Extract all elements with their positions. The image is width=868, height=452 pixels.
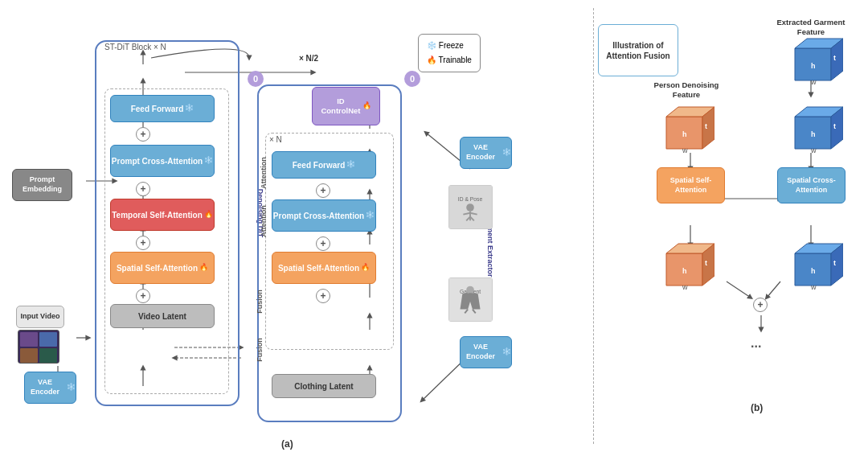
freeze-icon3: ❄️: [67, 383, 76, 392]
id-pose-image: ID & Pose: [448, 185, 493, 229]
fusion-top-label: Fusion: [256, 290, 264, 314]
svg-text:t: t: [833, 259, 836, 267]
svg-text:w: w: [810, 146, 817, 154]
vae-encoder-top: VAE Encoder ❄️: [460, 137, 512, 169]
svg-rect-27: [20, 348, 38, 363]
clothing-latent: Clothing Latent: [272, 374, 376, 398]
num-badge-left: 0: [248, 71, 264, 87]
svg-line-47: [727, 281, 751, 298]
svg-text:w: w: [810, 283, 817, 291]
svg-line-48: [767, 281, 780, 298]
plus-below-pca: +: [136, 182, 150, 196]
svg-text:h: h: [682, 267, 687, 275]
plus-inner-3: +: [316, 289, 330, 303]
diagram-a: ST-DiT Block × N Denoising DiT Feed Forw…: [8, 8, 587, 444]
svg-text:h: h: [811, 130, 816, 138]
garment-image: Garment: [448, 277, 493, 322]
temporal-self-attention: Temporal Self-Attention 🔥: [110, 199, 215, 231]
fire-icon2: 🔥: [199, 263, 208, 273]
freeze-icon6: ❄️: [502, 148, 511, 158]
num-badge-right: 0: [404, 71, 420, 87]
svg-text:t: t: [705, 122, 707, 130]
svg-point-31: [466, 203, 474, 212]
person-cube-bottom: h t w: [658, 237, 714, 294]
svg-text:t: t: [705, 259, 707, 267]
garment-cube-top: h t w: [787, 32, 843, 88]
spatial-self-attention-inner: Spatial Self-Attention 🔥: [272, 252, 376, 284]
id-controlnet: IDControlNet 🔥: [312, 87, 380, 125]
legend-trainable: 🔥 Trainable: [427, 53, 472, 68]
feed-forward-top: Feed Forward ❄️: [110, 95, 215, 122]
vae-encoder-bottom: VAE Encoder ❄️: [460, 336, 512, 368]
prompt-embedding: Prompt Embedding: [12, 169, 72, 201]
svg-rect-26: [39, 332, 57, 347]
legend-box: ❄️ Freeze 🔥 Trainable: [418, 34, 481, 72]
fusion-bottom-label: Fusion: [256, 338, 264, 362]
fire-icon3: 🔥: [361, 263, 370, 273]
vae-encoder-left: VAE Encoder ❄️: [24, 372, 76, 404]
attention-bottom-label: Attention: [260, 205, 268, 237]
plus-below-ff: +: [136, 127, 150, 142]
n-half-label: × N/2: [299, 54, 318, 63]
freeze-icon2: ❄️: [204, 156, 213, 166]
main-container: ST-DiT Block × N Denoising DiT Feed Forw…: [0, 0, 868, 452]
svg-rect-28: [39, 348, 57, 363]
person-label: Person Denoising Feature: [642, 80, 731, 101]
fire-icon4: 🔥: [362, 101, 371, 111]
svg-text:t: t: [833, 54, 836, 62]
attention-fusion-title: Illustration of Attention Fusion: [598, 24, 678, 76]
freeze-icon7: ❄️: [502, 347, 511, 357]
svg-point-39: [466, 286, 474, 294]
plus-inner-1: +: [316, 183, 330, 198]
prompt-cross-attention-inner: Prompt Cross-Attention ❄️: [272, 199, 376, 232]
svg-text:t: t: [833, 122, 836, 130]
garment-cube-bottom: h t w: [787, 237, 843, 294]
freeze-icon4: ❄️: [346, 160, 355, 170]
spatial-cross-attention-b: Spatial Cross-Attention: [777, 167, 845, 203]
spatial-self-attention-left: Spatial Self-Attention 🔥: [110, 252, 215, 284]
fire-icon1: 🔥: [204, 210, 213, 220]
input-video-label: Input Video: [16, 306, 64, 328]
n-inner-label: × N: [269, 135, 282, 144]
svg-text:h: h: [682, 130, 687, 138]
attention-top-label: Attention: [260, 157, 268, 189]
feed-forward-inner: Feed Forward ❄️: [272, 151, 376, 179]
spatial-self-attention-b: Spatial Self-Attention: [657, 167, 725, 203]
prompt-cross-attention: Prompt Cross-Attention ❄️: [110, 145, 215, 177]
svg-text:h: h: [811, 62, 816, 70]
dots-label: ...: [751, 336, 761, 351]
freeze-icon5: ❄️: [366, 211, 375, 220]
svg-text:h: h: [811, 267, 816, 275]
plus-below-ssa: +: [136, 289, 150, 303]
svg-text:w: w: [810, 78, 817, 86]
freeze-icon: ❄️: [185, 104, 194, 113]
caption-b: (b): [751, 402, 763, 413]
video-latent: Video Latent: [110, 304, 215, 328]
legend-freeze: ❄️ Freeze: [427, 39, 472, 53]
st-dit-inner-dashed: [104, 88, 229, 394]
diagram-b: Illustration of Attention Fusion Extract…: [593, 8, 860, 444]
svg-text:ID & Pose: ID & Pose: [458, 196, 483, 202]
svg-text:w: w: [682, 283, 688, 291]
st-dit-label: ST-DiT Block × N: [104, 43, 166, 51]
plus-circle-b: +: [753, 298, 768, 312]
person-cube-top: h t w: [658, 101, 714, 157]
garment-cube-mid: h t w: [787, 101, 843, 157]
caption-a: (a): [281, 438, 293, 450]
plus-inner-2: +: [316, 236, 330, 251]
svg-rect-25: [20, 332, 38, 347]
svg-text:w: w: [682, 146, 688, 154]
video-image: [18, 330, 59, 364]
plus-below-temporal: +: [136, 236, 150, 250]
